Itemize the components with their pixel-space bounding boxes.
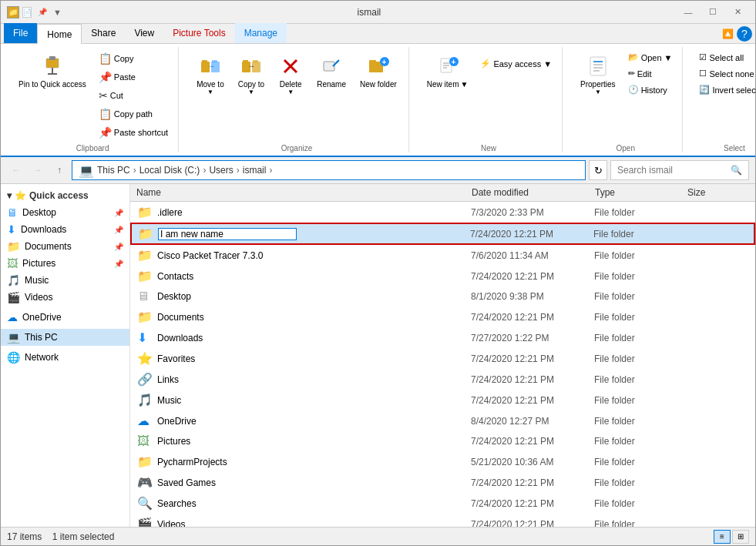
table-row[interactable]: ⭐ Favorites 7/24/2020 12:21 PM File fold… <box>130 348 755 369</box>
sidebar-item-desktop[interactable]: 🖥 Desktop 📌 <box>1 204 129 221</box>
search-box[interactable]: 🔍 <box>610 160 749 180</box>
new-item-label: New item ▼ <box>427 80 469 89</box>
minimize-button[interactable]: — <box>677 5 700 20</box>
table-row[interactable]: 📁 Contacts 7/24/2020 12:21 PM File folde… <box>130 266 755 286</box>
ribbon-group-new: + New item ▼ ⚡ Easy access ▼ New <box>415 47 563 152</box>
table-row[interactable]: 🖼 Pictures 7/24/2020 12:21 PM File folde… <box>130 431 755 451</box>
address-bar: ← → ↑ 💻 This PC › Local Disk (C:) › User… <box>1 157 755 184</box>
folder-icon: 📁 <box>137 269 153 283</box>
ribbon-collapse-btn[interactable]: 🔼 <box>722 28 734 39</box>
path-this-pc[interactable]: This PC <box>97 165 130 176</box>
table-row[interactable]: 🔍 Searches 7/24/2020 12:21 PM File folde… <box>130 493 755 514</box>
quick-access-dropdown[interactable]: ▼ <box>53 8 62 17</box>
tab-manage[interactable]: Manage <box>235 23 287 43</box>
rename-input[interactable] <box>158 228 297 240</box>
close-button[interactable]: ✕ <box>726 5 749 20</box>
table-row[interactable]: 📁 Cisco Packet Tracer 7.3.0 7/6/2020 11:… <box>130 245 755 266</box>
table-row[interactable]: 🖥 Desktop 8/1/2020 9:38 PM File folder <box>130 286 755 306</box>
copy-button[interactable]: 📋 Copy <box>95 50 172 67</box>
onedrive-section: ☁ OneDrive <box>1 309 129 326</box>
column-name[interactable]: Name <box>136 187 472 198</box>
rename-button[interactable]: Rename <box>311 50 351 92</box>
table-row[interactable]: 🎵 Music 7/24/2020 12:21 PM File folder <box>130 390 755 410</box>
copy-path-button[interactable]: 📋 Copy path <box>95 106 172 122</box>
sidebar-item-pictures[interactable]: 🖼 Pictures 📌 <box>1 255 129 272</box>
quick-access-section: ▾ ⭐ Quick access 🖥 Desktop 📌 ⬇ Downloads… <box>1 187 129 306</box>
copy-to-button[interactable]: → Copy to ▼ <box>233 50 270 99</box>
search-input[interactable] <box>617 165 727 176</box>
file-list: Name Date modified Type Size 📁 .idlere 7… <box>130 184 755 527</box>
maximize-button[interactable]: ☐ <box>701 5 724 20</box>
desktop-folder-icon: 🖥 <box>7 206 18 219</box>
table-row[interactable]: 📁 PycharmProjects 5/21/2020 10:36 AM Fil… <box>130 451 755 472</box>
folder-icon: 📁 <box>137 205 153 219</box>
tab-share[interactable]: Share <box>82 23 125 43</box>
easy-access-icon: ⚡ <box>480 59 491 69</box>
paste-shortcut-button[interactable]: 📌 Paste shortcut <box>95 124 172 141</box>
path-sep-1: › <box>133 165 136 176</box>
table-row[interactable]: ☁ OneDrive 8/4/2020 12:27 PM File folder <box>130 410 755 431</box>
tab-view[interactable]: View <box>125 23 163 43</box>
large-icons-view-button[interactable]: ⊞ <box>732 530 749 544</box>
clipboard-buttons: Pin to Quick access 📋 Copy 📌 Paste ✂ Cut <box>13 47 172 141</box>
table-row[interactable]: 🔗 Links 7/24/2020 12:21 PM File folder <box>130 369 755 390</box>
open-dropdown: ▼ <box>664 53 673 62</box>
move-to-icon: → <box>198 54 223 79</box>
sidebar-item-this-pc[interactable]: 💻 This PC <box>1 329 129 346</box>
tab-picture-tools[interactable]: Picture Tools <box>163 23 234 43</box>
table-row-renaming[interactable]: 📁 7/24/2020 12:21 PM File folder <box>130 223 755 245</box>
svg-rect-16 <box>324 62 334 71</box>
path-local-disk[interactable]: Local Disk (C:) <box>139 165 200 176</box>
column-date[interactable]: Date modified <box>472 187 595 198</box>
clipboard-small-buttons: 📋 Copy 📌 Paste ✂ Cut 📋 Copy path <box>95 50 172 141</box>
path-users[interactable]: Users <box>209 165 233 176</box>
sidebar-item-downloads[interactable]: ⬇ Downloads 📌 <box>1 221 129 238</box>
invert-selection-button[interactable]: 🔄 Invert selection <box>695 82 756 97</box>
open-button[interactable]: 📂 Open ▼ <box>624 50 677 65</box>
edit-button[interactable]: ✏ Edit <box>624 66 677 81</box>
favorites-icon: ⭐ <box>137 351 153 366</box>
tab-file[interactable]: File <box>4 23 37 43</box>
up-button[interactable]: ↑ <box>50 161 69 179</box>
details-view-button[interactable]: ≡ <box>714 530 731 544</box>
sidebar-item-network[interactable]: 🌐 Network <box>1 349 129 366</box>
table-row[interactable]: 📁 Documents 7/24/2020 12:21 PM File fold… <box>130 306 755 327</box>
history-button[interactable]: 🕐 History <box>624 82 677 97</box>
column-size[interactable]: Size <box>687 187 749 198</box>
delete-button[interactable]: Delete ▼ <box>273 50 308 99</box>
paste-shortcut-icon: 📌 <box>99 126 112 139</box>
path-pc-icon: 💻 <box>79 163 94 178</box>
table-row[interactable]: 🎮 Saved Games 7/24/2020 12:21 PM File fo… <box>130 472 755 493</box>
address-path[interactable]: 💻 This PC › Local Disk (C:) › Users › is… <box>72 160 586 180</box>
back-button[interactable]: ← <box>7 161 25 179</box>
new-folder-button[interactable]: + New folder <box>354 50 402 92</box>
downloads-pin-icon: 📌 <box>114 226 123 234</box>
refresh-button[interactable]: ↻ <box>589 160 607 180</box>
table-row[interactable]: ⬇ Downloads 7/27/2020 1:22 PM File folde… <box>130 327 755 348</box>
table-row[interactable]: 📁 .idlere 7/3/2020 2:33 PM File folder <box>130 202 755 223</box>
forward-button[interactable]: → <box>29 161 47 179</box>
quick-access-header[interactable]: ▾ ⭐ Quick access <box>1 187 129 204</box>
sidebar-item-onedrive[interactable]: ☁ OneDrive <box>1 309 129 326</box>
tab-home[interactable]: Home <box>37 24 82 44</box>
paste-button[interactable]: 📌 Paste <box>95 69 172 85</box>
table-row[interactable]: 🎬 Videos 7/24/2020 12:21 PM File folder <box>130 514 755 527</box>
copy-path-icon: 📋 <box>99 108 112 120</box>
folder-icon: 📁 <box>137 248 153 263</box>
easy-access-button[interactable]: ⚡ Easy access ▼ <box>476 56 556 71</box>
sidebar-item-documents[interactable]: 📁 Documents 📌 <box>1 238 129 255</box>
sidebar-item-music[interactable]: 🎵 Music <box>1 272 129 289</box>
select-none-button[interactable]: ☐ Select none <box>695 66 756 81</box>
cut-button[interactable]: ✂ Cut <box>95 87 172 104</box>
select-all-button[interactable]: ☑ Select all <box>695 50 756 65</box>
onedrive-icon: ☁ <box>7 311 18 323</box>
help-button[interactable]: ? <box>737 26 752 42</box>
path-ismail[interactable]: ismail <box>243 165 267 176</box>
move-to-button[interactable]: → Move to ▼ <box>191 50 230 99</box>
column-type[interactable]: Type <box>595 187 687 198</box>
open-buttons: Properties ▼ 📂 Open ▼ ✏ Edit 🕐 <box>575 47 676 141</box>
properties-button[interactable]: Properties ▼ <box>575 50 621 99</box>
pin-to-quick-access-button[interactable]: Pin to Quick access <box>13 50 92 93</box>
sidebar-item-videos[interactable]: 🎬 Videos <box>1 289 129 306</box>
new-item-button[interactable]: + New item ▼ <box>422 50 474 92</box>
